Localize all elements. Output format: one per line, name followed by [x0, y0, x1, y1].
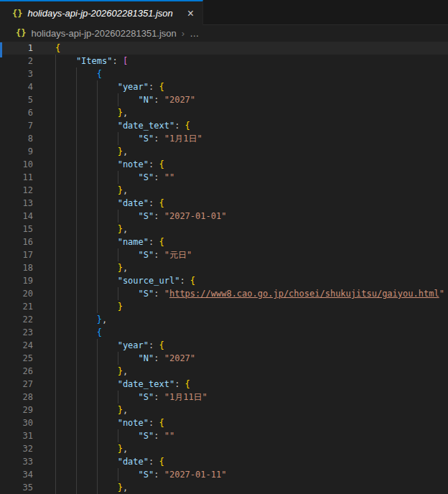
- code-line[interactable]: 16"name": {: [0, 236, 448, 248]
- code-token: "S": [139, 470, 154, 480]
- line-number[interactable]: 17: [0, 248, 33, 261]
- code-line[interactable]: 33"date": {: [0, 455, 448, 468]
- code-token: :: [174, 379, 185, 389]
- line-number[interactable]: 25: [0, 352, 33, 365]
- url-link[interactable]: https://www8.cao.go.jp/chosei/shukujitsu…: [169, 289, 439, 299]
- line-number[interactable]: 28: [0, 391, 33, 404]
- code-line[interactable]: 27"date_text": {: [0, 378, 448, 391]
- line-number[interactable]: 11: [0, 171, 33, 184]
- code-line[interactable]: 18},: [0, 261, 448, 274]
- line-number[interactable]: 15: [0, 223, 33, 236]
- code-line[interactable]: 10"note": {: [0, 158, 448, 171]
- code-token: "S": [139, 431, 154, 441]
- code-line[interactable]: 21}: [0, 300, 448, 313]
- code-line[interactable]: 23{: [0, 326, 448, 339]
- breadcrumb-item-file[interactable]: holidays-api-jp-202602281351.json: [31, 28, 176, 39]
- code-token: "year": [118, 340, 149, 350]
- code-line[interactable]: 6},: [0, 106, 448, 119]
- code-line[interactable]: 8"S": "1月1日": [0, 132, 448, 145]
- code-token: :: [154, 211, 164, 221]
- json-file-icon: {}: [12, 9, 22, 18]
- line-number[interactable]: 7: [0, 119, 33, 132]
- close-icon[interactable]: ×: [187, 8, 194, 19]
- code-line[interactable]: 35},: [0, 481, 448, 494]
- code-line[interactable]: 13"date": {: [0, 197, 448, 210]
- code-line[interactable]: 19"source_url": {: [0, 274, 448, 287]
- indent-guide: [55, 184, 76, 197]
- line-number[interactable]: 20: [0, 287, 33, 300]
- indent-guide: [76, 391, 97, 404]
- code-line[interactable]: 32},: [0, 442, 448, 455]
- line-number[interactable]: 23: [0, 326, 33, 339]
- indent-guide: [76, 442, 97, 455]
- code-editor[interactable]: 1{2"Items": [3{4"year": {5"N": "2027"6},…: [0, 41, 448, 494]
- line-number[interactable]: 2: [0, 55, 33, 67]
- line-number[interactable]: 29: [0, 404, 33, 416]
- code-line[interactable]: 9},: [0, 145, 448, 158]
- code-line[interactable]: 5"N": "2027": [0, 93, 448, 106]
- code-line[interactable]: 12},: [0, 184, 448, 197]
- tab-holidays-json[interactable]: {} holidays-api-jp-202602281351.json ×: [0, 0, 203, 25]
- line-number[interactable]: 4: [0, 80, 33, 93]
- code-line[interactable]: 34"S": "2027-01-11": [0, 468, 448, 481]
- line-number[interactable]: 10: [0, 158, 33, 171]
- code-line[interactable]: 31"S": "": [0, 429, 448, 442]
- chevron-right-icon: ›: [182, 28, 185, 39]
- line-number[interactable]: 16: [0, 236, 33, 248]
- code-line[interactable]: 20"S": "https://www8.cao.go.jp/chosei/sh…: [0, 287, 448, 300]
- indent-guide: [76, 145, 97, 158]
- code-text: "S": "https://www8.cao.go.jp/chosei/shuk…: [55, 287, 444, 300]
- code-line[interactable]: 30"note": {: [0, 416, 448, 429]
- breadcrumb-item-more[interactable]: …: [190, 28, 199, 39]
- line-number[interactable]: 3: [0, 67, 33, 80]
- code-line[interactable]: 15},: [0, 223, 448, 236]
- code-token: ": [164, 289, 169, 299]
- line-number[interactable]: 35: [0, 481, 33, 494]
- code-line[interactable]: 29},: [0, 404, 448, 416]
- code-line[interactable]: 24"year": {: [0, 339, 448, 352]
- code-token: ,: [102, 314, 107, 325]
- line-number[interactable]: 8: [0, 132, 33, 145]
- line-number[interactable]: 9: [0, 145, 33, 158]
- indent-guide: [55, 55, 76, 67]
- line-number[interactable]: 27: [0, 378, 33, 391]
- line-number[interactable]: 33: [0, 455, 33, 468]
- line-number[interactable]: 34: [0, 468, 33, 481]
- code-token: "date": [118, 198, 149, 208]
- code-line[interactable]: 17"S": "元日": [0, 248, 448, 261]
- code-token: "": [164, 172, 174, 182]
- line-number[interactable]: 30: [0, 416, 33, 429]
- code-line[interactable]: 11"S": "": [0, 171, 448, 184]
- line-number[interactable]: 21: [0, 300, 33, 313]
- code-line[interactable]: 22},: [0, 313, 448, 326]
- code-line[interactable]: 2"Items": [: [0, 55, 448, 67]
- code-line[interactable]: 7"date_text": {: [0, 119, 448, 132]
- line-number[interactable]: 5: [0, 93, 33, 106]
- code-line[interactable]: 3{: [0, 67, 448, 80]
- line-number[interactable]: 18: [0, 261, 33, 274]
- line-number[interactable]: 32: [0, 442, 33, 455]
- line-number[interactable]: 1: [0, 42, 33, 55]
- code-line[interactable]: 25"N": "2027": [0, 352, 448, 365]
- line-number[interactable]: 6: [0, 106, 33, 119]
- line-number[interactable]: 31: [0, 429, 33, 442]
- line-number[interactable]: 12: [0, 184, 33, 197]
- line-number[interactable]: 26: [0, 365, 33, 378]
- code-line[interactable]: 4"year": {: [0, 80, 448, 93]
- line-number[interactable]: 13: [0, 197, 33, 210]
- line-number[interactable]: 14: [0, 210, 33, 223]
- code-line[interactable]: 1{: [0, 42, 448, 55]
- code-token: {: [55, 43, 60, 53]
- line-number[interactable]: 19: [0, 274, 33, 287]
- code-line[interactable]: 14"S": "2027-01-01": [0, 210, 448, 223]
- code-line[interactable]: 26},: [0, 365, 448, 378]
- code-token: "S": [139, 289, 154, 299]
- indent-guide: [118, 468, 139, 481]
- indent-guide: [97, 119, 118, 132]
- line-number[interactable]: 22: [0, 313, 33, 326]
- indent-guide: [76, 378, 97, 391]
- code-token: }: [118, 224, 123, 234]
- indent-guide: [55, 287, 76, 300]
- line-number[interactable]: 24: [0, 339, 33, 352]
- code-line[interactable]: 28"S": "1月11日": [0, 391, 448, 404]
